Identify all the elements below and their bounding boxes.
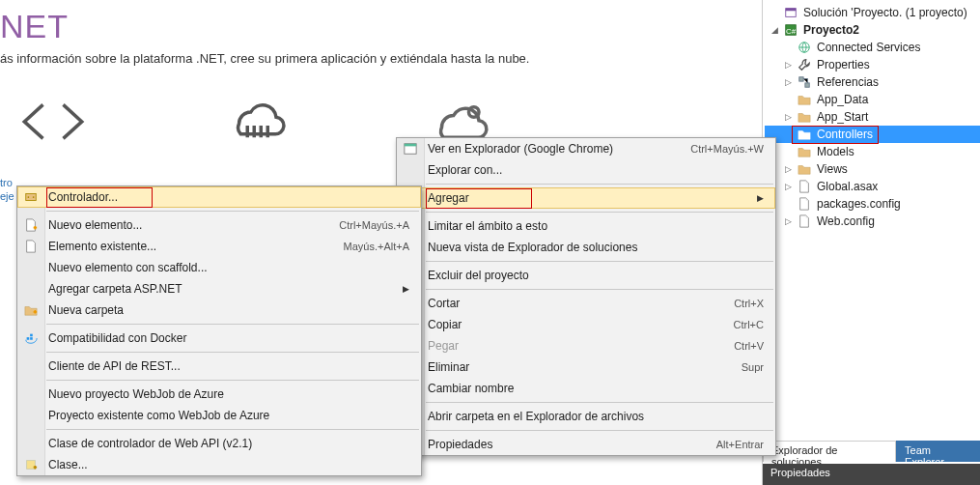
tree-node-app-data[interactable]: App_Data bbox=[765, 91, 980, 108]
tree-node-models[interactable]: Models bbox=[765, 143, 980, 160]
tree-label: App_Data bbox=[815, 93, 868, 106]
menu-item-label: Cambiar nombre bbox=[428, 382, 764, 395]
tab-team-explorer[interactable]: Team Explorer bbox=[896, 441, 980, 462]
file-icon bbox=[797, 214, 812, 229]
controller-icon bbox=[23, 189, 39, 205]
properties-header[interactable]: Propiedades bbox=[763, 464, 980, 485]
project-node[interactable]: ◢C#Proyecto2 bbox=[765, 21, 980, 39]
menu-item-shortcut: Supr bbox=[718, 361, 764, 373]
ctx-excluir-del-proyecto[interactable]: Excluir del proyecto bbox=[397, 265, 775, 286]
wrench-icon bbox=[797, 57, 812, 72]
class-icon bbox=[23, 457, 39, 472]
menu-item-label: Limitar el ámbito a esto bbox=[428, 219, 764, 233]
tree-label: App_Start bbox=[815, 110, 868, 124]
add-proyecto-existente-como-webjob-de-azure[interactable]: Proyecto existente como WebJob de Azure bbox=[17, 405, 421, 426]
menu-item-label: Nuevo elemento con scaffold... bbox=[48, 261, 409, 274]
svg-point-20 bbox=[28, 196, 30, 198]
add-compatibilidad-con-docker[interactable]: Compatibilidad con Docker bbox=[17, 328, 421, 349]
add-nueva-carpeta[interactable]: Nueva carpeta bbox=[17, 300, 421, 321]
tree-node-properties[interactable]: ▷Properties bbox=[765, 56, 980, 73]
menu-item-label: Clase de controlador de Web API (v2.1) bbox=[48, 437, 409, 450]
tree-node-views[interactable]: ▷Views bbox=[765, 160, 980, 178]
add-nuevo-elemento[interactable]: Nuevo elemento...Ctrl+Mayús.+A bbox=[17, 214, 421, 236]
tree-label: Properties bbox=[815, 58, 870, 71]
menu-item-label: Proyecto existente como WebJob de Azure bbox=[48, 409, 409, 422]
solution-root[interactable]: Solución 'Proyecto. (1 proyecto) bbox=[765, 4, 980, 21]
ctx-eliminar[interactable]: EliminarSupr bbox=[397, 357, 775, 378]
menu-item-shortcut: Ctrl+C bbox=[711, 319, 764, 330]
add-clase-de-controlador-de-web-api-v2-1[interactable]: Clase de controlador de Web API (v2.1) bbox=[17, 433, 421, 454]
menu-item-label: Elemento existente... bbox=[48, 240, 321, 253]
file-icon bbox=[797, 179, 812, 194]
svg-rect-6 bbox=[799, 77, 803, 81]
menu-separator bbox=[426, 402, 773, 403]
ctx-propiedades[interactable]: PropiedadesAlt+Entrar bbox=[397, 434, 775, 455]
tree-node-web-config[interactable]: ▷Web.config bbox=[765, 213, 980, 230]
add-elemento-existente[interactable]: Elemento existente...Mayús.+Alt+A bbox=[17, 236, 421, 257]
ctx-cambiar-nombre[interactable]: Cambiar nombre bbox=[397, 378, 775, 399]
expander-icon[interactable]: ▷ bbox=[782, 77, 794, 87]
tree-node-connected-services[interactable]: Connected Services bbox=[765, 39, 980, 56]
add-clase[interactable]: Clase... bbox=[17, 454, 421, 475]
docker-icon bbox=[23, 330, 39, 346]
menu-item-shortcut: Ctrl+X bbox=[711, 298, 764, 309]
menu-item-label: Excluir del proyecto bbox=[428, 269, 764, 282]
menu-item-label: Pegar bbox=[428, 339, 711, 353]
menu-separator bbox=[46, 352, 419, 353]
menu-separator bbox=[426, 261, 773, 262]
ctx-agregar[interactable]: Agregar▶ bbox=[397, 187, 775, 209]
ctx-ver-en-explorador-google-chrome[interactable]: Ver en Explorador (Google Chrome)Ctrl+Ma… bbox=[397, 138, 775, 159]
menu-separator bbox=[426, 212, 773, 213]
menu-item-label: Compatibilidad con Docker bbox=[48, 331, 409, 345]
cloud-rain-icon bbox=[222, 95, 290, 149]
ctx-abrir-carpeta-en-el-explorador-de-archivos[interactable]: Abrir carpeta en el Explorador de archiv… bbox=[397, 406, 775, 427]
add-nuevo-elemento-con-scaffold[interactable]: Nuevo elemento con scaffold... bbox=[17, 257, 421, 278]
tree-node-packages-config[interactable]: packages.config bbox=[765, 195, 980, 213]
tree-label: Referencias bbox=[815, 75, 879, 89]
globe-icon bbox=[797, 40, 812, 55]
menu-item-label: Eliminar bbox=[428, 360, 718, 374]
svg-point-21 bbox=[33, 196, 35, 198]
add-nuevo-proyecto-webjob-de-azure[interactable]: Nuevo proyecto WebJob de Azure bbox=[17, 384, 421, 405]
ctx-nueva-vista-de-explorador-de-soluciones[interactable]: Nueva vista de Explorador de soluciones bbox=[397, 237, 775, 258]
ctx-cortar[interactable]: CortarCtrl+X bbox=[397, 293, 775, 314]
svg-rect-9 bbox=[405, 144, 416, 147]
expander-icon[interactable]: ◢ bbox=[769, 25, 780, 35]
tree-node-controllers[interactable]: Controllers bbox=[765, 126, 980, 143]
expander-icon[interactable]: ▷ bbox=[782, 216, 794, 226]
ctx-limitar-el-mbito-a-esto[interactable]: Limitar el ámbito a esto bbox=[397, 215, 775, 237]
add-agregar-carpeta-asp-net[interactable]: Agregar carpeta ASP.NET▶ bbox=[17, 278, 421, 300]
tree-node-app-start[interactable]: ▷App_Start bbox=[765, 108, 980, 126]
tree-node-referencias[interactable]: ▷Referencias bbox=[765, 73, 980, 91]
code-icon bbox=[19, 95, 87, 149]
tree-label: Proyecto2 bbox=[801, 23, 859, 37]
menu-separator bbox=[46, 429, 419, 430]
svg-rect-19 bbox=[26, 194, 37, 201]
submenu-arrow-icon: ▶ bbox=[403, 284, 409, 294]
ctx-explorar-con[interactable]: Explorar con... bbox=[397, 159, 775, 181]
menu-separator bbox=[426, 289, 773, 290]
menu-item-shortcut: Ctrl+Mayús.+A bbox=[316, 219, 409, 231]
context-menu-controllers: Ver en Explorador (Google Chrome)Ctrl+Ma… bbox=[396, 137, 776, 456]
menu-item-label: Agregar carpeta ASP.NET bbox=[48, 282, 403, 296]
add-controlador[interactable]: Controlador... bbox=[17, 186, 421, 208]
tree-node-global-asax[interactable]: ▷Global.asax bbox=[765, 178, 980, 195]
tab-solution-explorer[interactable]: Explorador de soluciones bbox=[763, 441, 896, 462]
menu-item-label: Agregar bbox=[428, 191, 757, 205]
existitem-icon bbox=[23, 239, 39, 254]
expander-icon[interactable]: ▷ bbox=[782, 182, 794, 191]
menu-item-label: Nuevo proyecto WebJob de Azure bbox=[48, 387, 409, 401]
file-icon bbox=[797, 196, 812, 212]
add-cliente-de-api-de-rest[interactable]: Cliente de API de REST... bbox=[17, 356, 421, 377]
expander-icon[interactable]: ▷ bbox=[782, 164, 794, 174]
svg-rect-24 bbox=[30, 334, 33, 337]
tree-label: Connected Services bbox=[815, 41, 920, 54]
svg-rect-7 bbox=[805, 83, 809, 87]
menu-separator bbox=[46, 211, 419, 212]
tree-label: Views bbox=[815, 162, 848, 176]
menu-item-label: Explorar con... bbox=[428, 163, 764, 177]
ctx-copiar[interactable]: CopiarCtrl+C bbox=[397, 314, 775, 335]
expander-icon[interactable]: ▷ bbox=[782, 60, 794, 70]
expander-icon[interactable]: ▷ bbox=[782, 112, 794, 122]
tree-label: Controllers bbox=[815, 128, 873, 141]
